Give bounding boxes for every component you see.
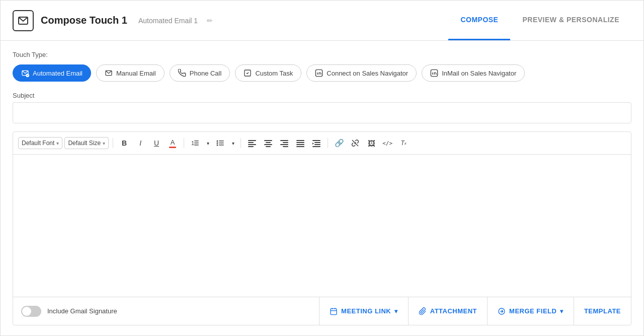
font-family-arrow: ▾ xyxy=(56,141,59,146)
template-button[interactable]: TEMPLATE xyxy=(574,297,631,325)
automated-email-label: Automated Email xyxy=(33,70,83,77)
touch-btn-custom-task[interactable]: Custom Task xyxy=(235,64,301,82)
svg-rect-24 xyxy=(266,146,271,147)
indent-icon xyxy=(312,139,320,147)
svg-rect-21 xyxy=(264,140,272,141)
custom-task-label: Custom Task xyxy=(255,70,293,77)
touch-type-buttons: Automated Email Manual Email Phone Call xyxy=(13,64,631,82)
font-family-label: Default Font xyxy=(22,140,54,147)
touch-btn-inmail-sales-navigator[interactable]: InMail on Sales Navigator xyxy=(422,64,525,82)
touch-btn-manual-email[interactable]: Manual Email xyxy=(96,64,165,82)
tab-preview-personalize[interactable]: PREVIEW & PERSONALIZE xyxy=(510,1,631,40)
main-content: Touch Type: Automated Email Manual Email xyxy=(1,41,643,335)
svg-rect-33 xyxy=(312,140,320,141)
font-size-arrow: ▾ xyxy=(103,141,105,146)
svg-rect-32 xyxy=(296,146,304,147)
code-button[interactable]: </> xyxy=(380,136,394,150)
svg-rect-25 xyxy=(280,140,288,141)
align-left-icon xyxy=(248,139,256,147)
toolbar-separator-4 xyxy=(328,138,328,148)
font-size-select[interactable]: Default Size ▾ xyxy=(64,137,109,149)
connect-sales-navigator-label: Connect on Sales Navigator xyxy=(327,70,408,77)
footer-left: Include Gmail Signature xyxy=(13,306,319,317)
indent-button[interactable] xyxy=(309,136,324,150)
touch-btn-phone-call[interactable]: Phone Call xyxy=(170,64,230,82)
inmail-sales-navigator-label: InMail on Sales Navigator xyxy=(442,70,516,77)
merge-field-button[interactable]: MERGE FIELD ▾ xyxy=(487,297,574,325)
subject-input[interactable] xyxy=(13,102,631,123)
svg-rect-35 xyxy=(314,144,320,145)
tab-compose[interactable]: COMPOSE xyxy=(448,1,510,40)
svg-rect-9 xyxy=(194,143,199,144)
svg-rect-20 xyxy=(248,146,254,147)
svg-rect-37 xyxy=(331,308,337,314)
ordered-list-button[interactable]: 1. xyxy=(188,136,202,150)
footer-actions: MEETING LINK ▾ ATTACHMENT xyxy=(319,297,631,325)
align-center-button[interactable] xyxy=(261,136,275,150)
phone-call-label: Phone Call xyxy=(190,70,222,77)
attachment-icon xyxy=(419,307,427,315)
align-left-button[interactable] xyxy=(245,136,259,150)
edit-icon[interactable]: ✏ xyxy=(207,17,213,25)
unordered-list-icon xyxy=(216,139,224,147)
toggle-slider xyxy=(21,306,41,317)
svg-rect-28 xyxy=(283,146,288,147)
font-size-label: Default Size xyxy=(68,140,101,147)
attachment-label: ATTACHMENT xyxy=(430,307,477,315)
meeting-link-button[interactable]: MEETING LINK ▾ xyxy=(319,297,408,325)
unlink-button[interactable] xyxy=(348,136,362,150)
svg-rect-26 xyxy=(283,142,288,143)
underline-button[interactable]: U xyxy=(149,136,164,150)
align-right-button[interactable] xyxy=(277,136,291,150)
header-tabs: COMPOSE PREVIEW & PERSONALIZE xyxy=(448,1,631,40)
gmail-signature-toggle[interactable] xyxy=(21,306,41,317)
toolbar-separator-3 xyxy=(240,138,241,148)
font-color-button[interactable]: A xyxy=(166,136,180,150)
font-family-select[interactable]: Default Font ▾ xyxy=(18,137,62,149)
clear-format-button[interactable]: Tx xyxy=(396,136,411,150)
linkedin-icon xyxy=(315,69,323,77)
page-title: Compose Touch 1 xyxy=(41,15,127,26)
automated-email-icon xyxy=(21,69,29,77)
linkedin-icon-2 xyxy=(430,69,438,77)
align-justify-icon xyxy=(296,139,304,147)
calendar-icon xyxy=(330,307,338,315)
align-center-icon xyxy=(264,139,272,147)
svg-rect-16 xyxy=(219,145,224,146)
svg-rect-27 xyxy=(280,144,288,145)
svg-point-13 xyxy=(217,145,218,146)
touch-btn-connect-sales-navigator[interactable]: Connect on Sales Navigator xyxy=(306,64,417,82)
svg-rect-22 xyxy=(266,142,271,143)
ordered-list-arrow[interactable]: ▾ xyxy=(204,136,211,150)
link-button[interactable]: 🔗 xyxy=(332,136,346,150)
editor-body[interactable] xyxy=(13,155,631,297)
attachment-button[interactable]: ATTACHMENT xyxy=(408,297,487,325)
header-left: Compose Touch 1 Automated Email 1 ✏ xyxy=(13,10,448,31)
unordered-list-button[interactable] xyxy=(213,136,227,150)
template-label: TEMPLATE xyxy=(584,307,621,315)
italic-button[interactable]: I xyxy=(133,136,147,150)
image-button[interactable]: 🖼 xyxy=(364,136,378,150)
gmail-signature-label: Include Gmail Signature xyxy=(47,307,117,315)
align-right-icon xyxy=(280,139,288,147)
email-header-icon xyxy=(17,15,29,27)
align-justify-button[interactable] xyxy=(293,136,307,150)
touch-btn-automated-email[interactable]: Automated Email xyxy=(13,64,91,82)
editor-container: Default Font ▾ Default Size ▾ B I U A xyxy=(13,131,631,325)
svg-rect-18 xyxy=(248,142,254,143)
merge-field-chevron: ▾ xyxy=(560,308,564,315)
editor-footer: Include Gmail Signature MEETING LINK ▾ xyxy=(13,297,631,325)
phone-icon xyxy=(178,69,186,77)
svg-rect-15 xyxy=(219,143,224,144)
svg-rect-34 xyxy=(314,142,320,143)
email-icon-box xyxy=(13,10,34,31)
svg-rect-36 xyxy=(312,146,320,147)
svg-rect-31 xyxy=(296,144,304,145)
svg-rect-30 xyxy=(296,142,304,143)
app-container: Compose Touch 1 Automated Email 1 ✏ COMP… xyxy=(0,0,644,336)
bold-button[interactable]: B xyxy=(117,136,131,150)
meeting-link-label: MEETING LINK xyxy=(341,307,391,315)
merge-field-label: MERGE FIELD xyxy=(509,307,556,315)
unordered-list-arrow[interactable]: ▾ xyxy=(229,136,236,150)
meeting-link-chevron: ▾ xyxy=(394,308,398,315)
